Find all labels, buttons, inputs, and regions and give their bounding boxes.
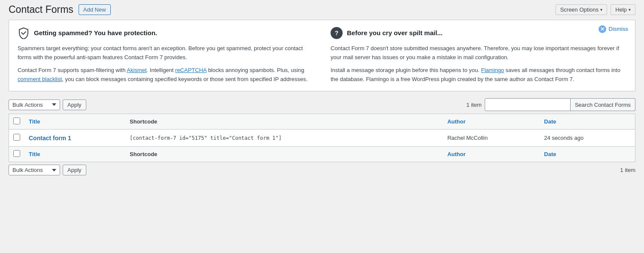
recaptcha-link[interactable]: reCAPTCHA xyxy=(175,67,207,73)
col-check-bottom xyxy=(9,147,25,162)
notice-heading-1-text: Getting spammed? You have protection. xyxy=(34,29,157,36)
bottom-toolbar: Bulk Actions Apply 1 item xyxy=(9,165,635,175)
header-actions: Screen Options ▾ Help ▾ xyxy=(556,4,635,15)
col-title-top[interactable]: Title xyxy=(24,114,125,130)
notice-col-2: ? Before you cry over spilt mail... Cont… xyxy=(331,27,626,84)
row-date-cell: 24 seconds ago xyxy=(540,130,635,147)
notice-col2-p2-before: Install a message storage plugin before … xyxy=(331,67,481,73)
date-value: 24 seconds ago xyxy=(544,135,583,141)
notice-col1-p2-before: Contact Form 7 supports spam-filtering w… xyxy=(18,67,127,73)
notice-col1-p2-middle: . Intelligent xyxy=(147,67,176,73)
shield-icon xyxy=(18,27,30,39)
bottom-toolbar-right: 1 item xyxy=(620,167,635,173)
col-check-top xyxy=(9,114,25,130)
main-content: Bulk Actions Apply 1 item Search Contact… xyxy=(0,98,644,175)
col-shortcode-top: Shortcode xyxy=(125,114,443,130)
dismiss-label: Dismiss xyxy=(609,26,629,32)
col-author-top[interactable]: Author xyxy=(443,114,540,130)
dismiss-x-icon: ✕ xyxy=(598,25,606,33)
select-all-bottom-checkbox[interactable] xyxy=(13,150,20,157)
question-icon: ? xyxy=(331,27,343,39)
apply-top-button[interactable]: Apply xyxy=(63,99,86,110)
table-header-top: Title Shortcode Author Date xyxy=(9,114,635,130)
notice-col1-p2: Contact Form 7 supports spam-filtering w… xyxy=(18,66,313,84)
notice-col-1: Getting spammed? You have protection. Sp… xyxy=(18,27,313,84)
help-label: Help xyxy=(615,6,627,13)
notice-col1-p2-end: , you can block messages containing spec… xyxy=(62,76,307,82)
notice-col1-p2-after: blocks annoying spambots. Plus, using xyxy=(207,67,304,73)
page-title-area: Contact Forms Add New xyxy=(9,3,111,16)
col-title-bottom[interactable]: Title xyxy=(24,147,125,162)
select-all-top-checkbox[interactable] xyxy=(13,117,20,124)
screen-options-button[interactable]: Screen Options ▾ xyxy=(556,4,608,15)
item-count-bottom: 1 item xyxy=(620,167,635,173)
top-toolbar-left: Bulk Actions Apply xyxy=(9,99,86,110)
table-row: Contact form 1 [contact-form-7 id="5175"… xyxy=(9,130,635,147)
row-title-cell: Contact form 1 xyxy=(24,130,125,147)
notice-heading-2-text: Before you cry over spilt mail... xyxy=(347,29,443,36)
notice-col2-p1: Contact Form 7 doesn't store submitted m… xyxy=(331,44,626,62)
help-chevron-icon: ▾ xyxy=(629,7,631,12)
form-title-link[interactable]: Contact form 1 xyxy=(29,135,71,142)
row-checkbox[interactable] xyxy=(13,134,20,141)
notice-col2-p2: Install a message storage plugin before … xyxy=(331,66,626,84)
page-title: Contact Forms xyxy=(9,3,73,16)
col-date-top[interactable]: Date xyxy=(540,114,635,130)
page-header: Contact Forms Add New Screen Options ▾ H… xyxy=(0,0,644,20)
author-name: Rachel McCollin xyxy=(447,135,488,141)
row-checkbox-cell xyxy=(9,130,25,147)
apply-bottom-button[interactable]: Apply xyxy=(63,165,86,175)
add-new-button[interactable]: Add New xyxy=(79,4,111,15)
search-input[interactable] xyxy=(485,98,571,111)
notice-col1-p1: Spammers target everything; your contact… xyxy=(18,44,313,62)
search-button[interactable]: Search Contact Forms xyxy=(571,98,635,111)
akismet-link[interactable]: Akismet xyxy=(127,67,146,73)
row-author-cell: Rachel McCollin xyxy=(443,130,540,147)
notice-heading-1: Getting spammed? You have protection. xyxy=(18,27,313,39)
screen-options-chevron-icon: ▾ xyxy=(600,7,602,12)
row-shortcode-cell: [contact-form-7 id="5175" title="Contact… xyxy=(125,130,443,147)
screen-options-label: Screen Options xyxy=(560,6,599,13)
flamingo-link[interactable]: Flamingo xyxy=(481,67,504,73)
data-table: Title Shortcode Author Date Contact form… xyxy=(9,114,635,162)
top-toolbar-right: 1 item Search Contact Forms xyxy=(466,98,635,111)
table-header-bottom: Title Shortcode Author Date xyxy=(9,147,635,162)
help-button[interactable]: Help ▾ xyxy=(611,4,635,15)
item-count-top: 1 item xyxy=(466,102,481,108)
dismiss-button[interactable]: ✕ Dismiss xyxy=(598,25,629,33)
col-date-bottom[interactable]: Date xyxy=(540,147,635,162)
comment-blacklist-link[interactable]: comment blacklist xyxy=(18,76,62,82)
bottom-toolbar-left: Bulk Actions Apply xyxy=(9,165,86,175)
col-author-bottom[interactable]: Author xyxy=(443,147,540,162)
notice-box: ✕ Dismiss Getting spammed? You have prot… xyxy=(9,20,635,91)
bulk-actions-bottom-select[interactable]: Bulk Actions xyxy=(9,165,60,175)
top-toolbar: Bulk Actions Apply 1 item Search Contact… xyxy=(9,98,635,111)
notice-columns: Getting spammed? You have protection. Sp… xyxy=(18,27,626,84)
table-body: Contact form 1 [contact-form-7 id="5175"… xyxy=(9,130,635,147)
bulk-actions-top-select[interactable]: Bulk Actions xyxy=(9,99,60,110)
notice-heading-2: ? Before you cry over spilt mail... xyxy=(331,27,626,39)
shortcode-text: [contact-form-7 id="5175" title="Contact… xyxy=(130,135,282,141)
col-shortcode-bottom: Shortcode xyxy=(125,147,443,162)
